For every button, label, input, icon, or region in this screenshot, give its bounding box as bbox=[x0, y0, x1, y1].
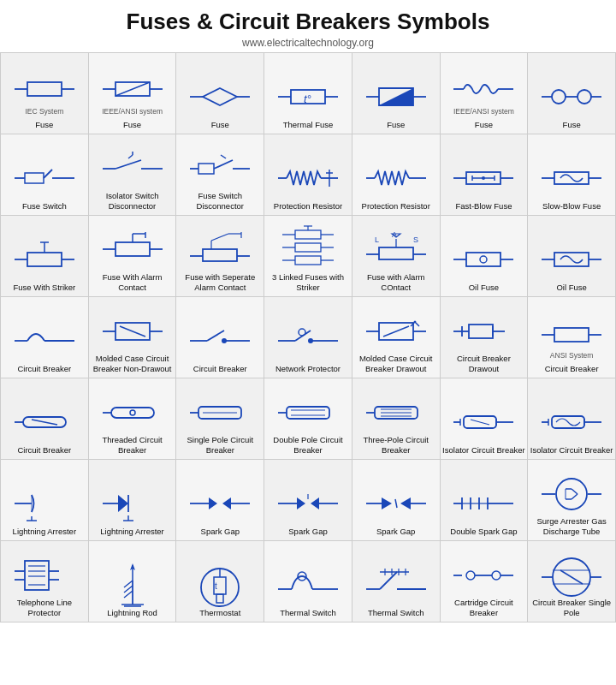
svg-line-118 bbox=[383, 326, 409, 337]
cell-molded-case-cb: Molded Case Circuit Breaker Non-Drawout bbox=[89, 297, 177, 378]
cell-cb-drawout: Circuit Breaker Drawout bbox=[441, 297, 529, 378]
cell-lightning-rod: Lightning Rod bbox=[89, 541, 177, 622]
svg-marker-173 bbox=[297, 497, 305, 509]
cell-3-linked-fuses: 3 Linked Fuses with Striker bbox=[264, 216, 352, 297]
svg-rect-68 bbox=[203, 249, 237, 261]
svg-line-105 bbox=[120, 326, 145, 337]
cell-fuse-triangle: Fuse bbox=[352, 53, 441, 134]
symbol-grid: IEC System Fuse IEEE/ANSI system Fuse Fu… bbox=[0, 52, 616, 622]
svg-point-192 bbox=[556, 479, 587, 509]
svg-text:t°: t° bbox=[304, 92, 311, 105]
svg-point-235 bbox=[492, 571, 500, 580]
svg-line-195 bbox=[572, 489, 578, 494]
svg-marker-174 bbox=[311, 497, 319, 509]
svg-point-233 bbox=[466, 571, 475, 580]
cell-isolator-cb1: Isolator Circuit Breaker bbox=[441, 378, 529, 460]
svg-text:t: t bbox=[215, 581, 217, 591]
svg-line-5 bbox=[116, 82, 150, 96]
cell-cartridge-cb: Cartridge Circuit Breaker bbox=[441, 541, 529, 622]
cell-cb1: Circuit Breaker bbox=[1, 297, 89, 378]
svg-text:S: S bbox=[413, 235, 418, 244]
cell-threaded-cb: Threaded Circuit Breaker bbox=[89, 378, 177, 460]
cell-protection-resistor1: Protection Resistor bbox=[264, 134, 352, 216]
svg-rect-36 bbox=[198, 164, 214, 174]
svg-line-153 bbox=[471, 420, 489, 425]
cell-surge-arrester: Surge Arrester Gas Discharge Tube bbox=[528, 460, 616, 541]
svg-rect-80 bbox=[295, 256, 321, 265]
svg-rect-140 bbox=[287, 407, 329, 419]
svg-rect-86 bbox=[379, 247, 413, 259]
svg-line-196 bbox=[572, 494, 578, 499]
cell-cb-ansi: ANSI System Circuit Breaker bbox=[528, 297, 616, 378]
svg-rect-1 bbox=[27, 82, 62, 96]
svg-rect-199 bbox=[25, 561, 49, 590]
svg-marker-8 bbox=[203, 88, 237, 105]
cell-isolator-switch: Isolator Switch Disconnector bbox=[89, 134, 177, 216]
cell-thermostat: t Thermostat bbox=[176, 541, 264, 622]
page-header: Fuses & Circuit Breakers Symbols www.ele… bbox=[0, 0, 616, 52]
svg-rect-74 bbox=[295, 230, 321, 239]
svg-rect-57 bbox=[27, 253, 62, 266]
svg-text:L: L bbox=[375, 235, 379, 244]
svg-rect-94 bbox=[466, 253, 500, 266]
svg-line-107 bbox=[207, 331, 224, 341]
svg-marker-170 bbox=[222, 497, 231, 509]
cell-slow-blow-fuse: Slow-Blow Fuse bbox=[528, 134, 616, 216]
svg-point-21 bbox=[552, 90, 566, 104]
cell-iec-fuse: IEC System Fuse bbox=[1, 53, 89, 134]
svg-marker-178 bbox=[382, 497, 392, 509]
cell-oil-fuse2: Oil Fuse bbox=[528, 216, 616, 297]
svg-rect-128 bbox=[554, 328, 589, 342]
svg-point-135 bbox=[130, 410, 135, 415]
cell-double-spark-gap: Double Spark Gap bbox=[441, 460, 529, 541]
svg-marker-16 bbox=[379, 88, 413, 105]
cell-thermal-switch2: Thermal Switch bbox=[352, 541, 441, 622]
svg-marker-179 bbox=[400, 497, 411, 509]
svg-line-181 bbox=[395, 499, 397, 508]
cell-cb-single-pole: Circuit Breaker Single Pole bbox=[528, 541, 616, 622]
svg-line-225 bbox=[380, 572, 397, 589]
cell-fuse-switch: Fuse Switch bbox=[1, 134, 89, 216]
cell-thermal-switch1: Thermal Switch bbox=[264, 541, 352, 622]
cell-spark-gap3: Spark Gap bbox=[352, 460, 441, 541]
cell-fuse-switch-disconnector: Fuse Switch Disconnector bbox=[176, 134, 264, 216]
cell-oil-fuse1: Oil Fuse bbox=[441, 216, 529, 297]
svg-rect-77 bbox=[295, 243, 321, 252]
cell-network-protector: Network Protector bbox=[264, 297, 352, 378]
svg-line-33 bbox=[128, 155, 133, 158]
cell-three-pole-cb: Three-Pole Circuit Breaker bbox=[352, 378, 441, 460]
cell-fuse-circles: Fuse bbox=[528, 53, 616, 134]
cell-thermal-fuse: t° Thermal Fuse bbox=[264, 53, 352, 134]
cell-single-pole-cb: Single Pole Circuit Breaker bbox=[176, 378, 264, 460]
svg-point-23 bbox=[578, 90, 591, 104]
svg-point-114 bbox=[299, 329, 305, 336]
cell-molded-case-drawout: Molded Case Circuit Breaker Drawout bbox=[352, 297, 441, 378]
cell-isolator-cb2: Isolator Circuit Breaker bbox=[528, 378, 616, 460]
cell-fuse-separate-alarm: Fuse with Seperate Alarm Contact bbox=[176, 216, 264, 297]
svg-line-37 bbox=[214, 160, 233, 169]
cell-fuse-alarm: Fuse With Alarm Contact bbox=[89, 216, 177, 297]
cell-lightning-arrester1: Lightning Arrester bbox=[1, 460, 89, 541]
svg-line-71 bbox=[211, 234, 228, 241]
page-title: Fuses & Circuit Breakers Symbols bbox=[0, 9, 616, 35]
cell-protection-resistor2: Protection Resistor bbox=[352, 134, 441, 216]
page-subtitle: www.electricaltechnology.org bbox=[0, 37, 616, 49]
svg-line-27 bbox=[44, 170, 52, 178]
cell-fast-blow-fuse: Fast-Blow Fuse bbox=[441, 134, 529, 216]
svg-line-240 bbox=[560, 570, 583, 584]
cell-cb-capsule1: Circuit Breaker bbox=[1, 378, 89, 460]
svg-rect-219 bbox=[216, 594, 223, 603]
cell-double-pole-cb: Double Pole Circuit Breaker bbox=[264, 378, 352, 460]
svg-line-31 bbox=[116, 160, 141, 169]
cell-telephone-protector: Telephone Line Protector bbox=[1, 541, 89, 622]
svg-rect-62 bbox=[116, 242, 150, 256]
svg-marker-169 bbox=[209, 497, 217, 509]
cell-lightning-arrester2: Lightning Arrester bbox=[89, 460, 177, 541]
svg-line-39 bbox=[221, 155, 226, 158]
svg-point-95 bbox=[480, 256, 487, 263]
cell-spark-gap1: Spark Gap bbox=[176, 460, 264, 541]
svg-point-52 bbox=[482, 176, 485, 180]
cell-fuse-alarm-ieee: L S A Fuse with Alarm COntact bbox=[352, 216, 441, 297]
cell-fuse-striker: Fuse With Striker bbox=[1, 216, 89, 297]
svg-rect-123 bbox=[469, 325, 493, 338]
